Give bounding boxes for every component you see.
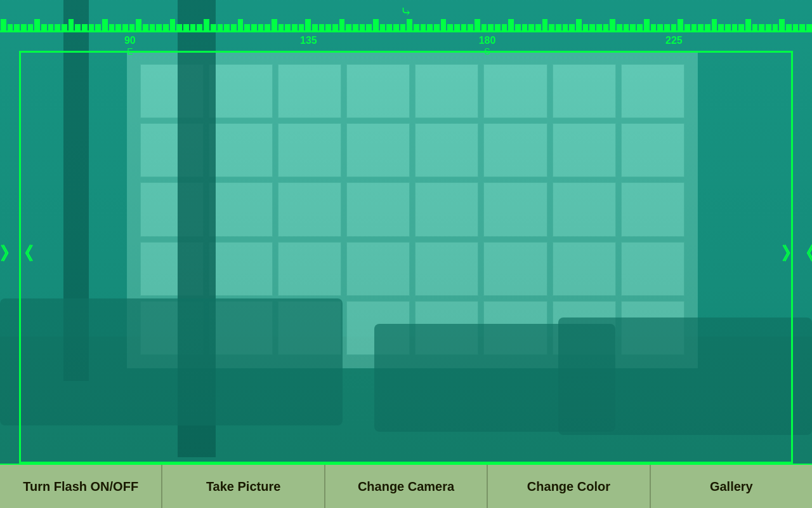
color-filter-overlay bbox=[0, 0, 812, 508]
change-color-button[interactable]: Change Color bbox=[488, 465, 650, 508]
change-camera-button[interactable]: Change Camera bbox=[325, 465, 488, 508]
toolbar: Turn Flash ON/OFF Take Picture Change Ca… bbox=[0, 464, 812, 508]
camera-view: 90 E 135 180 S 225 ⤷ 》《 》《 Turn Flash ON… bbox=[0, 0, 812, 508]
gallery-button[interactable]: Gallery bbox=[651, 465, 812, 508]
flash-toggle-button[interactable]: Turn Flash ON/OFF bbox=[0, 465, 162, 508]
take-picture-button[interactable]: Take Picture bbox=[162, 465, 325, 508]
